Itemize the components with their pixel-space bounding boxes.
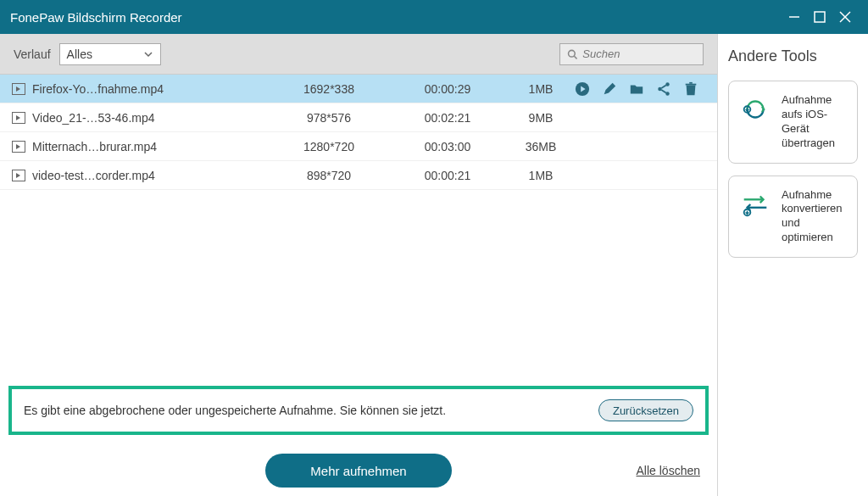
filter-selected-value: Alles [67, 47, 92, 61]
cell-name: Firefox-Yo…fnahme.mp4 [32, 82, 270, 96]
minimize-button[interactable] [782, 4, 807, 30]
cell-size: 1MB [507, 169, 575, 182]
search-box[interactable] [559, 43, 704, 65]
svg-rect-13 [689, 81, 693, 83]
cell-size: 1MB [507, 82, 575, 96]
svg-rect-1 [815, 12, 825, 22]
convert-icon [739, 188, 771, 220]
app-title: FonePaw Bildschirm Recorder [10, 10, 182, 25]
cell-name: Mitternach…brurar.mp4 [32, 140, 270, 153]
video-file-icon [12, 170, 25, 181]
table-row[interactable]: video-test…corder.mp4 898*720 00:00:21 1… [0, 161, 717, 190]
cell-size: 9MB [507, 111, 575, 125]
tool-convert-optimize[interactable]: Aufnahme konvertieren und optimieren [728, 176, 858, 259]
tool-label: Aufnahme konvertieren und optimieren [782, 188, 847, 246]
svg-point-4 [569, 50, 576, 57]
trash-icon[interactable] [683, 81, 698, 97]
transfer-sync-icon [739, 93, 771, 125]
cell-duration: 00:00:21 [388, 169, 507, 182]
table-row[interactable]: Mitternach…brurar.mp4 1280*720 00:03:00 … [0, 132, 717, 161]
share-icon[interactable] [656, 81, 671, 97]
close-button[interactable] [832, 4, 858, 30]
sidebar-title: Andere Tools [728, 47, 858, 65]
cell-duration: 00:03:00 [388, 140, 507, 153]
reset-button[interactable]: Zurücksetzen [598, 399, 693, 421]
chevron-down-icon [143, 49, 153, 59]
history-label: Verlauf [14, 47, 51, 61]
tool-label: Aufnahme aufs iOS-Gerät übertragen [782, 93, 847, 151]
cell-size: 36MB [507, 140, 575, 153]
banner-text: Es gibt eine abgebrochene oder ungespeic… [24, 404, 446, 417]
svg-line-11 [661, 89, 665, 92]
edit-icon[interactable] [602, 81, 617, 97]
tool-transfer-ios[interactable]: Aufnahme aufs iOS-Gerät übertragen [728, 81, 858, 164]
video-file-icon [12, 83, 25, 95]
svg-line-5 [574, 56, 576, 59]
table-row[interactable]: Firefox-Yo…fnahme.mp4 1692*338 00:00:29 … [0, 75, 717, 103]
cell-duration: 00:02:21 [388, 111, 507, 125]
folder-icon[interactable] [629, 81, 644, 97]
table-row[interactable]: Video_21-…53-46.mp4 978*576 00:02:21 9MB [0, 103, 717, 132]
delete-all-link[interactable]: Alle löschen [637, 464, 701, 477]
cell-name: Video_21-…53-46.mp4 [32, 111, 270, 125]
record-more-button[interactable]: Mehr aufnehmen [265, 454, 452, 488]
filter-select[interactable]: Alles [59, 43, 161, 65]
cell-resolution: 1280*720 [270, 140, 388, 153]
video-file-icon [12, 141, 25, 153]
svg-rect-12 [686, 83, 697, 85]
cell-name: video-test…corder.mp4 [32, 169, 270, 182]
unsaved-recording-banner: Es gibt eine abgebrochene oder ungespeic… [8, 386, 709, 435]
search-icon [567, 48, 577, 60]
cell-resolution: 1692*338 [270, 82, 388, 96]
maximize-button[interactable] [807, 4, 832, 30]
svg-line-10 [661, 85, 665, 88]
cell-resolution: 978*576 [270, 111, 388, 125]
search-input[interactable] [582, 47, 696, 60]
cell-duration: 00:00:29 [388, 82, 507, 96]
cell-resolution: 898*720 [270, 169, 388, 182]
recordings-table: Firefox-Yo…fnahme.mp4 1692*338 00:00:29 … [0, 75, 717, 386]
play-icon[interactable] [575, 81, 590, 97]
video-file-icon [12, 112, 25, 124]
